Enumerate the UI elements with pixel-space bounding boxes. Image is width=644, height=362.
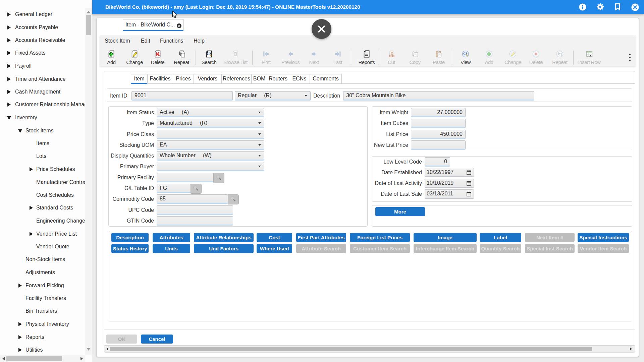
- svg-text:B: B: [234, 52, 237, 56]
